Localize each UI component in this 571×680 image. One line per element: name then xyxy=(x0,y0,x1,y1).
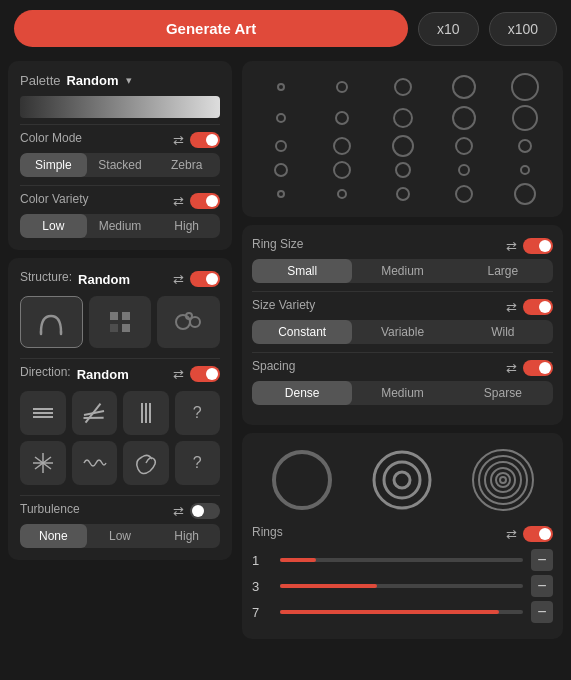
dir-horizontal[interactable] xyxy=(20,391,66,435)
dot-cell[interactable] xyxy=(452,106,476,130)
color-variety-high[interactable]: High xyxy=(153,214,220,238)
dir-diagonal[interactable] xyxy=(72,391,118,435)
dir-question[interactable]: ? xyxy=(175,391,221,435)
shuffle-icon-direction[interactable]: ⇄ xyxy=(173,367,184,382)
dot-cell[interactable] xyxy=(514,183,536,205)
color-mode-header: Color Mode ⇄ xyxy=(20,131,220,149)
dot-cell[interactable] xyxy=(395,162,411,178)
turbulence-toggle[interactable] xyxy=(190,503,220,519)
color-mode-toggle[interactable] xyxy=(190,132,220,148)
size-variety-wild[interactable]: Wild xyxy=(453,320,553,344)
spacing-controls: ⇄ xyxy=(506,360,553,376)
dot-cell[interactable] xyxy=(520,165,530,175)
size-variety-section: Size Variety ⇄ Constant Variable Wild xyxy=(252,298,553,344)
dir-question2[interactable]: ? xyxy=(175,441,221,485)
ring-minus-button[interactable]: − xyxy=(531,575,553,597)
turbulence-low[interactable]: Low xyxy=(87,524,154,548)
dir-vertical[interactable] xyxy=(123,391,169,435)
ring-size-large[interactable]: Large xyxy=(453,259,553,283)
dot-cell[interactable] xyxy=(275,140,287,152)
dot-cell[interactable] xyxy=(458,164,470,176)
dot-cell[interactable] xyxy=(512,105,538,131)
turbulence-label: Turbulence xyxy=(20,502,80,516)
structure-icon-circles[interactable] xyxy=(157,296,220,348)
color-mode-seg: Simple Stacked Zebra xyxy=(20,153,220,177)
shuffle-icon[interactable]: ⇄ xyxy=(173,133,184,148)
dot-cell[interactable] xyxy=(394,78,412,96)
size-variety-constant[interactable]: Constant xyxy=(252,320,352,344)
generate-button[interactable]: Generate Art xyxy=(14,10,408,47)
size-variety-variable[interactable]: Variable xyxy=(352,320,452,344)
ring-slider[interactable] xyxy=(280,610,523,614)
dot-cell[interactable] xyxy=(518,139,532,153)
size-variety-toggle[interactable] xyxy=(523,299,553,315)
dot-cell[interactable] xyxy=(277,83,285,91)
structure-icon-grid[interactable] xyxy=(89,296,152,348)
dot-cell[interactable] xyxy=(335,111,349,125)
ring-preview-single xyxy=(267,445,337,515)
spacing-medium[interactable]: Medium xyxy=(352,381,452,405)
chevron-down-icon[interactable]: ▾ xyxy=(126,74,132,87)
shuffle-icon-spacing[interactable]: ⇄ xyxy=(506,361,517,376)
rings-header: Rings ⇄ xyxy=(252,525,553,543)
rings-toggle[interactable] xyxy=(523,526,553,542)
dir-radial[interactable] xyxy=(20,441,66,485)
dot-cell[interactable] xyxy=(396,187,410,201)
ring-slider[interactable] xyxy=(280,558,523,562)
ring-size-small[interactable]: Small xyxy=(252,259,352,283)
dot-cell[interactable] xyxy=(274,163,288,177)
color-mode-simple[interactable]: Simple xyxy=(20,153,87,177)
shuffle-icon-structure[interactable]: ⇄ xyxy=(173,272,184,287)
shuffle-icon-variety[interactable]: ⇄ xyxy=(173,194,184,209)
color-mode-zebra[interactable]: Zebra xyxy=(153,153,220,177)
ring-minus-button[interactable]: − xyxy=(531,601,553,623)
color-mode-stacked[interactable]: Stacked xyxy=(87,153,154,177)
ring-row: 1 − xyxy=(252,549,553,571)
shuffle-icon-ring-size[interactable]: ⇄ xyxy=(506,239,517,254)
size-variety-label: Size Variety xyxy=(252,298,315,312)
dot-cell[interactable] xyxy=(452,75,476,99)
turbulence-none[interactable]: None xyxy=(20,524,87,548)
turbulence-high[interactable]: High xyxy=(153,524,220,548)
x100-button[interactable]: x100 xyxy=(489,12,557,46)
dot-cell[interactable] xyxy=(333,137,351,155)
shuffle-icon-turbulence[interactable]: ⇄ xyxy=(173,504,184,519)
svg-point-29 xyxy=(394,472,410,488)
svg-point-30 xyxy=(473,450,533,510)
dot-cell[interactable] xyxy=(337,189,347,199)
color-variety-medium[interactable]: Medium xyxy=(87,214,154,238)
color-variety-low[interactable]: Low xyxy=(20,214,87,238)
spacing-sparse[interactable]: Sparse xyxy=(453,381,553,405)
x10-button[interactable]: x10 xyxy=(418,12,479,46)
structure-icon-arch[interactable] xyxy=(20,296,83,348)
dot-cell[interactable] xyxy=(393,108,413,128)
dot-cell[interactable] xyxy=(392,135,414,157)
dot-cell[interactable] xyxy=(276,113,286,123)
dot-cell[interactable] xyxy=(333,161,351,179)
shuffle-icon-size-variety[interactable]: ⇄ xyxy=(506,300,517,315)
shuffle-icon-rings[interactable]: ⇄ xyxy=(506,527,517,542)
direction-toggle[interactable] xyxy=(190,366,220,382)
dir-wave[interactable] xyxy=(72,441,118,485)
ring-settings-panel: Ring Size ⇄ Small Medium Large Size Vari… xyxy=(242,225,563,425)
ring-size-medium[interactable]: Medium xyxy=(352,259,452,283)
spacing-dense[interactable]: Dense xyxy=(252,381,352,405)
color-variety-toggle[interactable] xyxy=(190,193,220,209)
spacing-toggle[interactable] xyxy=(523,360,553,376)
dir-swirl[interactable] xyxy=(123,441,169,485)
ring-minus-button[interactable]: − xyxy=(531,549,553,571)
right-column: Ring Size ⇄ Small Medium Large Size Vari… xyxy=(238,61,563,639)
ring-size-toggle[interactable] xyxy=(523,238,553,254)
dot-cell[interactable] xyxy=(511,73,539,101)
dot-cell[interactable] xyxy=(455,137,473,155)
structure-value: Random xyxy=(78,272,130,287)
ring-slider[interactable] xyxy=(280,584,523,588)
svg-point-6 xyxy=(176,315,190,329)
structure-title-row: Structure: Random xyxy=(20,270,130,288)
svg-point-8 xyxy=(186,313,192,319)
dot-cell[interactable] xyxy=(277,190,285,198)
structure-toggle[interactable] xyxy=(190,271,220,287)
dot-cell[interactable] xyxy=(455,185,473,203)
color-mode-label: Color Mode xyxy=(20,131,82,145)
dot-cell[interactable] xyxy=(336,81,348,93)
